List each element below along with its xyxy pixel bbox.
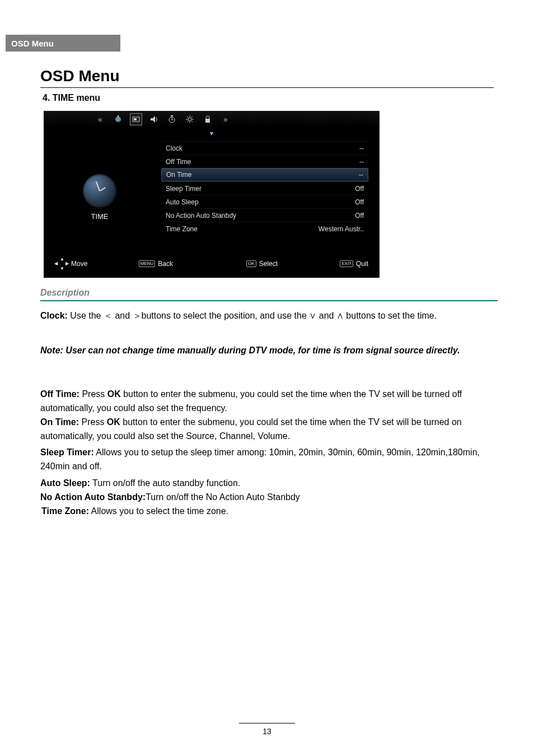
satellite-icon: [112, 113, 124, 125]
osd-down-chevron: ▾: [44, 128, 380, 139]
osd-tab-bar: « »: [44, 111, 380, 128]
list-item[interactable]: Sleep Timer Off: [161, 181, 368, 195]
right-arrow-glyph: ＞: [133, 311, 142, 320]
osd-body: TIME Clock -- Off Time -- On Time -- Sle…: [44, 139, 380, 255]
title-rule: [40, 87, 494, 88]
osd-category-panel: TIME: [44, 139, 156, 255]
list-item[interactable]: Clock --: [161, 141, 368, 155]
hint-move: ▲▼◀▶ Move: [55, 257, 87, 270]
row-label: Clock: [166, 144, 182, 152]
row-value: --: [359, 158, 364, 166]
svg-rect-1: [118, 115, 119, 117]
note-text: Note: User can not change time manually …: [40, 344, 498, 358]
svg-rect-8: [171, 115, 173, 116]
svg-rect-18: [205, 119, 210, 123]
ok-key-icon: OK: [246, 260, 256, 267]
hint-quit-label: Quit: [356, 260, 368, 268]
row-label: Time Zone: [166, 225, 198, 233]
text: Turn on/off the No Action Auto Stanbdy: [146, 492, 300, 502]
offtime-description: Off Time: Press OK button to enter the s…: [40, 388, 498, 416]
text: Use the: [68, 311, 104, 320]
text: and: [113, 311, 133, 320]
clock-label: Clock:: [40, 311, 68, 320]
text: Allows you to setup the sleep timer amon…: [40, 447, 480, 471]
noaction-description: No Action Auto Stanbdy:Turn on/off the N…: [40, 491, 498, 505]
footer-rule: [239, 723, 295, 724]
page-title: OSD Menu: [40, 67, 120, 85]
text: Press: [79, 417, 107, 427]
down-arrow-glyph: ∨: [309, 311, 316, 320]
row-label: Auto Sleep: [166, 198, 199, 206]
osd-hint-bar: ▲▼◀▶ Move MENU Back OK Select EXIT Quit: [44, 255, 380, 272]
text: buttons to set the time.: [344, 311, 437, 320]
text: Turn on/off the auto standby function.: [90, 478, 240, 488]
left-arrow-glyph: ＜: [104, 311, 113, 320]
tab-prev-icon: «: [94, 113, 106, 125]
list-item[interactable]: Off Time --: [161, 155, 368, 168]
clock-illustration-icon: [83, 174, 116, 208]
timezone-description: Time Zone: Allows you to select the time…: [41, 505, 499, 519]
osd-settings-list: Clock -- Off Time -- On Time -- Sleep Ti…: [156, 139, 380, 255]
svg-line-16: [191, 116, 193, 118]
option-icon: [184, 113, 196, 125]
ok-bold: OK: [107, 389, 121, 399]
clock-description: Clock: Use the ＜ and ＞buttons to select …: [40, 309, 498, 323]
row-value: Off: [355, 212, 364, 220]
sound-icon: [148, 113, 160, 125]
row-label: Sleep Timer: [166, 185, 202, 193]
dpad-icon: ▲▼◀▶: [55, 257, 68, 270]
svg-point-0: [115, 116, 121, 122]
noaction-label: No Action Auto Stanbdy:: [40, 492, 146, 502]
offtime-label: Off Time:: [40, 389, 79, 399]
description-rule: [40, 300, 498, 301]
svg-line-17: [187, 121, 188, 122]
sleeptimer-label: Sleep Timer:: [40, 447, 94, 457]
description-heading: Description: [40, 288, 90, 298]
svg-rect-3: [134, 118, 137, 120]
autosleep-label: Auto Sleep:: [40, 478, 90, 488]
text: and: [316, 311, 336, 320]
section-subtitle: 4. TIME menu: [43, 93, 100, 103]
hint-move-label: Move: [71, 260, 87, 268]
list-item[interactable]: Time Zone Western Austr..: [161, 222, 368, 235]
hint-back: MENU Back: [139, 260, 173, 268]
list-item[interactable]: Auto Sleep Off: [161, 195, 368, 208]
hint-quit: EXIT Quit: [340, 260, 368, 268]
osd-screenshot: « » ▾ TIME Clock --: [44, 111, 380, 278]
page-number: 13: [263, 727, 271, 736]
list-item[interactable]: On Time --: [161, 168, 368, 181]
row-label: Off Time: [166, 158, 191, 166]
ok-bold: OK: [107, 417, 120, 427]
text: buttons to select the position, and use …: [142, 311, 310, 320]
timezone-label: Time Zone:: [41, 506, 89, 516]
svg-line-15: [191, 121, 193, 122]
ontime-label: On Time:: [40, 417, 79, 427]
menu-key-icon: MENU: [139, 260, 156, 267]
hint-select-label: Select: [259, 260, 278, 268]
row-value: --: [359, 171, 363, 179]
row-label: No Action Auto Stanbdy: [166, 212, 236, 220]
row-value: --: [359, 144, 364, 152]
svg-line-14: [187, 116, 188, 118]
header-tab: OSD Menu: [6, 35, 120, 52]
autosleep-description: Auto Sleep: Turn on/off the auto standby…: [40, 477, 498, 491]
channel-icon: [130, 113, 142, 125]
svg-point-9: [188, 118, 191, 121]
up-arrow-glyph: ∧: [336, 311, 344, 320]
text: Allows you to select the time zone.: [89, 506, 228, 516]
tab-next-icon: »: [219, 113, 232, 125]
hint-select: OK Select: [246, 260, 278, 268]
row-value: Off: [355, 185, 364, 193]
exit-key-icon: EXIT: [340, 260, 353, 267]
row-value: Western Austr..: [318, 225, 364, 233]
hint-back-label: Back: [158, 260, 173, 268]
sleeptimer-description: Sleep Timer: Allows you to setup the sle…: [40, 446, 498, 474]
svg-marker-4: [151, 116, 155, 123]
row-label: On Time: [166, 171, 191, 179]
osd-category-label: TIME: [91, 212, 108, 221]
ontime-description: On Time: Press OK button to enter the su…: [40, 416, 498, 444]
text: Press: [79, 389, 107, 399]
row-value: Off: [355, 198, 364, 206]
time-icon: [166, 113, 178, 125]
list-item[interactable]: No Action Auto Stanbdy Off: [161, 208, 368, 222]
